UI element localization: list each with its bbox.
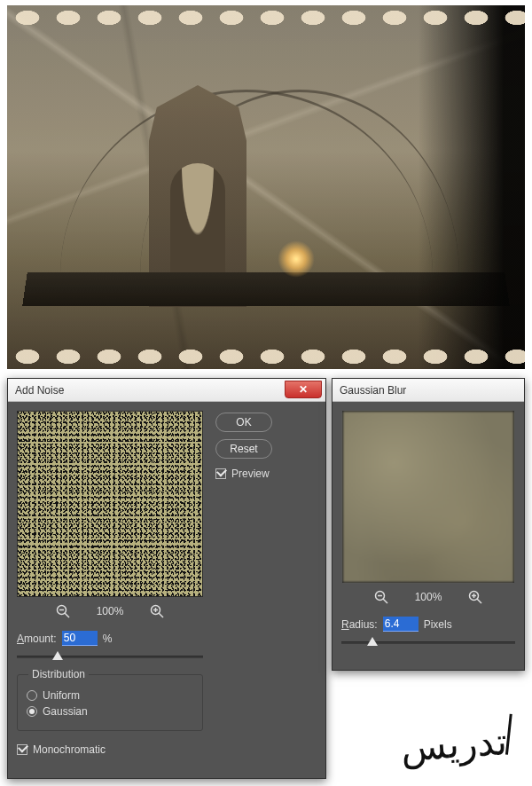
gaussian-label: GaussianGaussian bbox=[43, 705, 88, 718]
zoom-out-icon[interactable] bbox=[374, 590, 388, 604]
zoom-level: 100% bbox=[415, 591, 442, 603]
gaussian-blur-body: 100% Radius:Radius: Pixels bbox=[332, 402, 524, 658]
blur-preview[interactable] bbox=[342, 411, 514, 583]
zoom-out-icon[interactable] bbox=[56, 604, 70, 618]
add-noise-titlebar[interactable]: Add Noise ✕ bbox=[8, 379, 325, 402]
sun-flare bbox=[278, 240, 315, 278]
distribution-group: Distribution UniformUniform GaussianGaus… bbox=[17, 674, 203, 731]
distribution-gaussian[interactable]: GaussianGaussian bbox=[27, 705, 193, 718]
zoom-level: 100% bbox=[97, 605, 124, 617]
amount-input[interactable] bbox=[62, 631, 98, 646]
preview-label: PreviewPreview bbox=[231, 468, 270, 480]
amount-slider[interactable] bbox=[17, 651, 203, 662]
monochromatic-label: MonochromaticMonochromatic bbox=[33, 743, 106, 756]
film-burn-edge bbox=[419, 5, 525, 369]
svg-line-1 bbox=[65, 613, 69, 617]
radius-label: Radius:Radius: bbox=[341, 618, 378, 631]
ok-button[interactable]: OK bbox=[215, 413, 272, 432]
radio-gaussian[interactable] bbox=[27, 706, 37, 717]
noise-preview[interactable] bbox=[17, 411, 203, 597]
amount-row: AAmount:mount: % bbox=[17, 631, 203, 646]
monochromatic-checkbox[interactable] bbox=[17, 744, 27, 755]
blur-preview-fill bbox=[343, 412, 513, 582]
noise-preview-fill bbox=[18, 412, 202, 596]
uniform-label: UniformUniform bbox=[43, 689, 80, 702]
add-noise-dialog: Add Noise ✕ 100% AAmount:mount: % bbox=[7, 378, 326, 779]
radius-slider[interactable] bbox=[341, 637, 515, 648]
radius-row: Radius:Radius: Pixels bbox=[341, 617, 515, 632]
monochromatic-row[interactable]: MonochromaticMonochromatic bbox=[17, 743, 203, 756]
add-noise-body: 100% AAmount:mount: % Distribution Unifo… bbox=[8, 402, 325, 768]
close-button[interactable]: ✕ bbox=[285, 381, 322, 398]
add-noise-title: Add Noise bbox=[15, 384, 64, 397]
distribution-legend: Distribution bbox=[28, 668, 89, 680]
gaussian-blur-titlebar[interactable]: Gaussian Blur bbox=[332, 379, 524, 402]
reset-button[interactable]: Reset bbox=[215, 439, 272, 459]
svg-line-11 bbox=[477, 599, 481, 603]
film-sprockets-top bbox=[7, 5, 525, 30]
radius-input[interactable] bbox=[383, 617, 419, 632]
distribution-uniform[interactable]: UniformUniform bbox=[27, 689, 193, 702]
radio-uniform[interactable] bbox=[27, 690, 37, 701]
preview-checkbox[interactable] bbox=[215, 468, 226, 479]
zoom-in-icon[interactable] bbox=[150, 604, 164, 618]
radius-unit: Pixels bbox=[424, 618, 452, 631]
radius-slider-thumb[interactable] bbox=[367, 637, 378, 646]
amount-label: AAmount:mount: bbox=[17, 633, 57, 645]
gaussian-blur-dialog: Gaussian Blur 100% Radius:Radius: Pixels bbox=[332, 378, 525, 671]
zoom-in-icon[interactable] bbox=[468, 590, 482, 604]
preview-toggle[interactable]: PreviewPreview bbox=[215, 468, 272, 480]
amount-slider-thumb[interactable] bbox=[52, 651, 63, 660]
zoom-controls: 100% bbox=[341, 590, 515, 604]
hero-image bbox=[7, 5, 525, 369]
amount-unit: % bbox=[103, 633, 113, 645]
zoom-controls: 100% bbox=[17, 604, 203, 618]
svg-line-4 bbox=[159, 613, 163, 617]
gaussian-blur-title: Gaussian Blur bbox=[340, 384, 406, 397]
film-sprockets-bottom bbox=[7, 344, 525, 369]
svg-line-8 bbox=[383, 599, 387, 603]
watermark-logo: تدریس bbox=[399, 719, 508, 770]
